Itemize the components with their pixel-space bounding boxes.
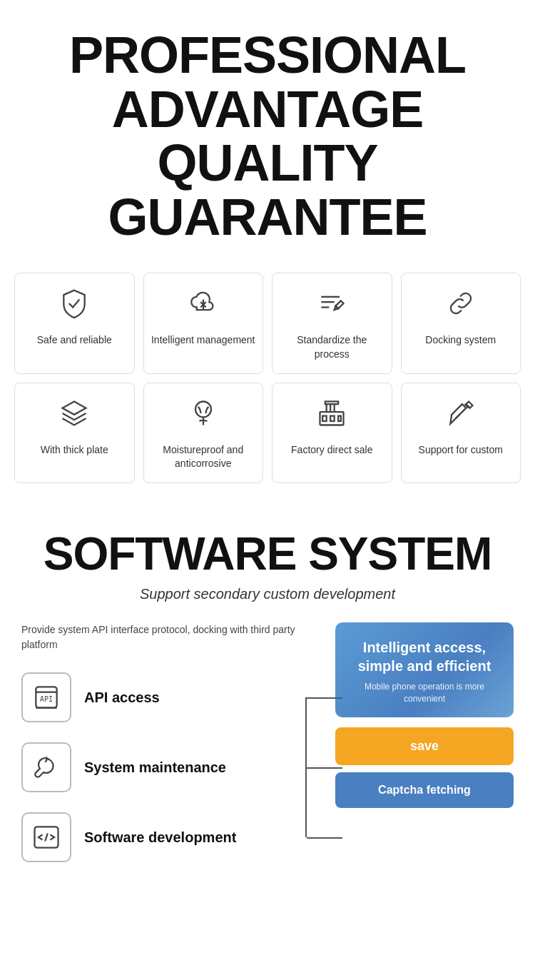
feature-label-support-custom: Support for custom <box>419 443 503 458</box>
svg-rect-16 <box>325 401 338 404</box>
svg-rect-10 <box>322 415 327 420</box>
feature-card-standardize-process: Standardize the process <box>272 273 392 373</box>
captcha-button[interactable]: Captcha fetching <box>335 772 514 808</box>
wrench-icon <box>21 742 71 792</box>
svg-line-17 <box>455 414 459 418</box>
list-pen-icon <box>316 288 347 323</box>
info-card: Intelligent access, simple and efficient… <box>335 622 514 718</box>
feature-card-moistureproof: Moistureproof and anticorrosive <box>143 383 264 483</box>
feature-label-moistureproof: Moistureproof and anticorrosive <box>151 443 256 471</box>
software-item-label-api-access: API access <box>84 688 160 707</box>
software-body: Provide system API interface protocol, d… <box>21 622 514 862</box>
software-item-software-development: Software development <box>21 812 321 862</box>
feature-label-factory-sale: Factory direct sale <box>291 443 372 458</box>
svg-marker-6 <box>63 401 86 414</box>
code-icon <box>21 812 71 862</box>
software-title: SOFTWARE SYSTEM <box>21 527 514 580</box>
link-icon <box>445 288 477 323</box>
feature-grid-row2: With thick plate Moistureproof and antic… <box>14 383 521 483</box>
cloud-icon <box>188 288 219 323</box>
software-desc: Provide system API interface protocol, d… <box>21 622 321 652</box>
software-subtitle: Support secondary custom development <box>21 586 514 602</box>
svg-point-7 <box>195 401 211 417</box>
feature-label-standardize-process: Standardize the process <box>280 333 384 361</box>
software-item-system-maintenance: System maintenance <box>21 742 321 792</box>
connector-line <box>307 697 342 699</box>
software-right-panel: Intelligent access, simple and efficient… <box>335 622 514 809</box>
info-card-subtitle: Mobile phone operation is more convenien… <box>348 681 501 705</box>
vertical-connector <box>305 697 307 837</box>
leaf-icon <box>188 398 219 433</box>
software-left: Provide system API interface protocol, d… <box>21 622 321 862</box>
svg-text:API: API <box>40 694 53 702</box>
feature-label-docking-system: Docking system <box>425 333 496 348</box>
svg-line-24 <box>45 833 48 841</box>
main-title: PROFESSIONAL ADVANTAGE QUALITY GUARANTEE <box>14 29 521 244</box>
api-icon: API <box>21 672 71 722</box>
feature-label-safe-reliable: Safe and reliable <box>37 333 112 348</box>
svg-rect-9 <box>320 412 344 425</box>
feature-card-factory-sale: Factory direct sale <box>272 383 392 483</box>
shield-icon <box>58 288 90 323</box>
header-section: PROFESSIONAL ADVANTAGE QUALITY GUARANTEE <box>0 0 535 266</box>
svg-rect-12 <box>338 415 341 420</box>
feature-card-docking-system: Docking system <box>401 273 521 373</box>
feature-card-support-custom: Support for custom <box>401 383 521 483</box>
feature-card-thick-plate: With thick plate <box>14 383 135 483</box>
save-button[interactable]: save <box>335 727 514 765</box>
feature-label-thick-plate: With thick plate <box>41 443 108 458</box>
layers-icon <box>58 398 90 433</box>
feature-card-intelligent-management: Intelligent management <box>143 273 264 373</box>
info-card-title: Intelligent access, simple and efficient <box>348 638 501 675</box>
svg-rect-11 <box>330 415 335 420</box>
software-item-label-system-maintenance: System maintenance <box>84 758 226 777</box>
pencil-ruler-icon <box>445 398 477 433</box>
software-items: API API access System maintenance Softwa… <box>21 672 321 862</box>
software-item-label-software-development: Software development <box>84 828 236 847</box>
software-section: SOFTWARE SYSTEM Support secondary custom… <box>0 506 535 877</box>
feature-card-safe-reliable: Safe and reliable <box>14 273 135 373</box>
factory-icon <box>316 398 347 433</box>
feature-section: Safe and reliable Intelligent management… <box>0 266 535 505</box>
feature-label-intelligent-management: Intelligent management <box>151 333 255 348</box>
connector-line <box>307 837 342 839</box>
feature-grid-row1: Safe and reliable Intelligent management… <box>14 273 521 373</box>
software-item-api-access: API API access <box>21 672 321 722</box>
connector-line <box>307 767 342 769</box>
